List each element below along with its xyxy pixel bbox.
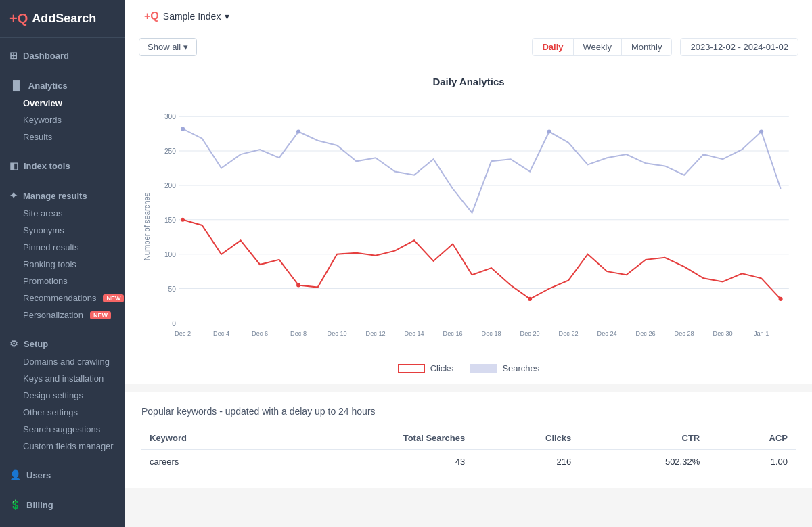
sidebar-item-promotions[interactable]: Promotions — [0, 273, 125, 290]
svg-text:Dec 20: Dec 20 — [520, 330, 540, 337]
col-acp: ACP — [708, 428, 796, 449]
svg-text:Dec 28: Dec 28 — [675, 330, 694, 337]
chart-section: Daily Analytics Number of searches 300 2… — [125, 62, 812, 384]
sidebar-item-overview[interactable]: Overview — [0, 95, 125, 112]
personalization-badge: NEW — [90, 311, 111, 319]
click-point — [181, 218, 185, 222]
svg-text:Dec 2: Dec 2 — [175, 330, 191, 337]
period-controls: Daily Weekly Monthly 2023-12-02 - 2024-0… — [532, 38, 798, 56]
sidebar-item-custom-fields[interactable]: Custom fields manager — [0, 438, 125, 455]
sidebar-item-index-tools[interactable]: ◧ Index tools — [0, 156, 125, 175]
clicks-legend-line — [398, 364, 425, 373]
svg-text:300: 300 — [164, 113, 176, 120]
svg-text:Dec 10: Dec 10 — [328, 330, 347, 337]
users-label: Users — [26, 470, 51, 480]
date-range-button[interactable]: 2023-12-02 - 2024-01-02 — [680, 38, 798, 56]
setup-label: Setup — [24, 339, 48, 349]
svg-text:0: 0 — [172, 320, 176, 327]
sidebar-item-dashboard[interactable]: ⊞ Dashboard — [0, 46, 125, 65]
sidebar-logo: +Q AddSearch — [0, 0, 125, 38]
sidebar-item-other[interactable]: Other settings — [0, 404, 125, 421]
svg-text:Jan 1: Jan 1 — [754, 330, 769, 337]
dashboard-icon: ⊞ — [9, 50, 18, 61]
svg-text:Number of searches: Number of searches — [143, 192, 151, 260]
search-point — [181, 127, 185, 131]
sidebar-section-users: 👤 Users — [0, 457, 125, 487]
sidebar: +Q AddSearch ⊞ Dashboard ▐▌ Analytics Ov… — [0, 0, 125, 527]
col-clicks: Clicks — [473, 428, 579, 449]
svg-text:Dec 24: Dec 24 — [597, 330, 617, 337]
sidebar-section-dashboard: ⊞ Dashboard — [0, 38, 125, 68]
sidebar-item-manage-results[interactable]: ✦ Manage results — [0, 186, 125, 205]
show-all-button[interactable]: Show all ▾ — [139, 38, 197, 56]
recommendations-badge: NEW — [103, 294, 124, 302]
keywords-section: Popular keywords - updated with a delay … — [125, 392, 812, 488]
sidebar-item-design[interactable]: Design settings — [0, 387, 125, 404]
svg-text:Dec 18: Dec 18 — [482, 330, 501, 337]
sidebar-section-manage-results: ✦ Manage results Site areas Synonyms Pin… — [0, 178, 125, 326]
svg-text:Dec 4: Dec 4 — [213, 330, 229, 337]
sidebar-item-ranking-tools[interactable]: Ranking tools — [0, 256, 125, 273]
monthly-button[interactable]: Monthly — [622, 39, 672, 55]
svg-text:Dec 6: Dec 6 — [252, 330, 268, 337]
clicks-line — [183, 220, 781, 299]
svg-text:Dec 16: Dec 16 — [443, 330, 463, 337]
svg-text:Dec 30: Dec 30 — [713, 330, 733, 337]
results-label: Results — [23, 132, 52, 142]
search-point — [296, 129, 300, 133]
cell-keyword: careers — [141, 449, 276, 474]
svg-text:Dec 12: Dec 12 — [366, 330, 386, 337]
index-selector[interactable]: +Q Sample Index ▾ — [139, 7, 235, 25]
manage-results-icon: ✦ — [9, 190, 18, 201]
daily-button[interactable]: Daily — [533, 39, 573, 55]
sidebar-item-recommendations[interactable]: Recommendations NEW — [0, 290, 125, 306]
sidebar-item-analytics[interactable]: ▐▌ Analytics — [0, 76, 125, 95]
search-point — [547, 129, 551, 133]
setup-icon: ⚙ — [9, 338, 18, 349]
cell-total-searches: 43 — [276, 449, 473, 474]
sidebar-item-synonyms[interactable]: Synonyms — [0, 222, 125, 239]
clicks-legend: Clicks — [398, 363, 454, 373]
col-total-searches: Total Searches — [276, 428, 473, 449]
keywords-section-title: Popular keywords - updated with a delay … — [141, 406, 796, 417]
svg-text:Dec 14: Dec 14 — [405, 330, 424, 337]
overview-label: Overview — [23, 98, 62, 108]
main-content: +Q Sample Index ▾ Show all ▾ Daily Weekl… — [125, 0, 812, 527]
sidebar-item-keys[interactable]: Keys and installation — [0, 370, 125, 387]
sidebar-item-search-suggestions[interactable]: Search suggestions — [0, 421, 125, 438]
content-area: Daily Analytics Number of searches 300 2… — [125, 62, 812, 527]
chart-title: Daily Analytics — [141, 76, 796, 87]
sidebar-item-site-areas[interactable]: Site areas — [0, 205, 125, 222]
click-point — [296, 283, 300, 287]
svg-text:250: 250 — [164, 147, 176, 155]
chevron-down-icon: ▾ — [225, 11, 229, 22]
keywords-table: Keyword Total Searches Clicks CTR ACP ca… — [141, 428, 796, 474]
sidebar-item-results[interactable]: Results — [0, 129, 125, 145]
sidebar-item-users[interactable]: 👤 Users — [0, 465, 125, 484]
weekly-button[interactable]: Weekly — [574, 39, 622, 55]
billing-icon: 💲 — [9, 499, 21, 510]
sidebar-item-billing[interactable]: 💲 Billing — [0, 495, 125, 514]
index-icon: +Q — [144, 10, 159, 22]
sidebar-item-personalization[interactable]: Personalization NEW — [0, 306, 125, 323]
analytics-icon: ▐▌ — [9, 80, 23, 91]
logo-icon: +Q — [9, 11, 28, 26]
index-tools-icon: ◧ — [9, 160, 18, 171]
svg-text:200: 200 — [164, 182, 176, 189]
sidebar-section-setup: ⚙ Setup Domains and crawling Keys and in… — [0, 326, 125, 457]
app-name: AddSearch — [32, 12, 96, 26]
col-ctr: CTR — [579, 428, 708, 449]
sidebar-section-index-tools: ◧ Index tools — [0, 148, 125, 178]
sidebar-item-pinned-results[interactable]: Pinned results — [0, 239, 125, 256]
index-tools-label: Index tools — [24, 161, 70, 171]
sidebar-item-keywords[interactable]: Keywords — [0, 112, 125, 129]
cell-clicks: 216 — [473, 449, 579, 474]
click-point — [528, 297, 532, 301]
sidebar-item-setup[interactable]: ⚙ Setup — [0, 334, 125, 353]
cell-acp: 1.00 — [708, 449, 796, 474]
sidebar-item-domains[interactable]: Domains and crawling — [0, 353, 125, 370]
search-point — [759, 129, 763, 133]
col-keyword: Keyword — [141, 428, 276, 449]
svg-text:100: 100 — [164, 251, 176, 258]
toolbar: Show all ▾ Daily Weekly Monthly 2023-12-… — [125, 32, 812, 62]
